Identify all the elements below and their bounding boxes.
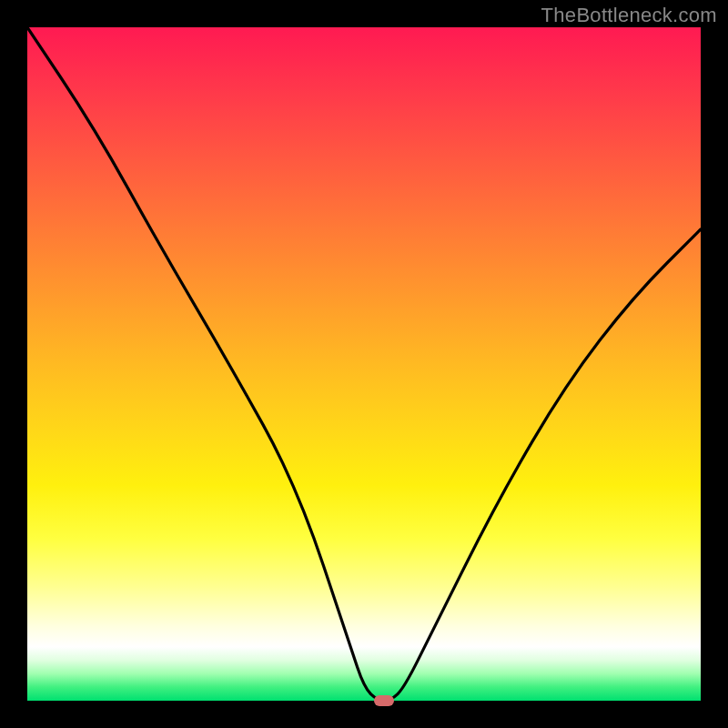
plot-area	[27, 27, 701, 701]
watermark-text: TheBottleneck.com	[541, 4, 717, 27]
optimal-point-marker	[374, 695, 394, 706]
bottleneck-curve	[27, 27, 701, 701]
chart-frame: TheBottleneck.com	[0, 0, 728, 728]
